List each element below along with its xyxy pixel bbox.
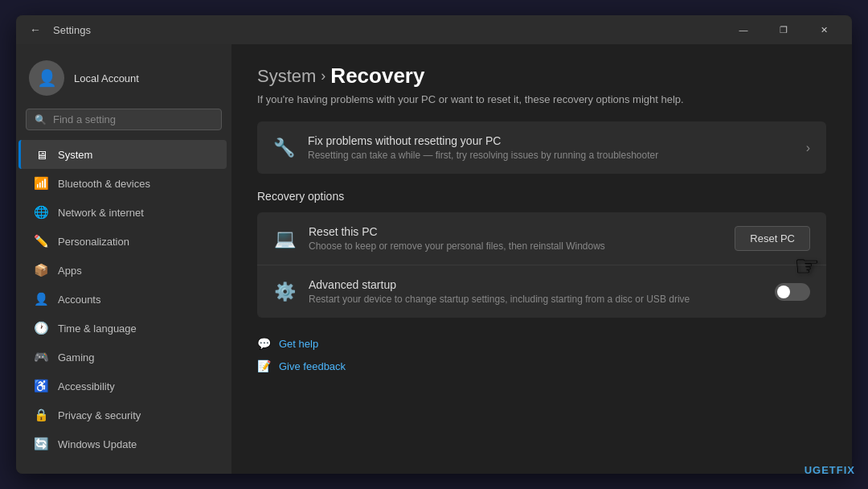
network-icon: 🌐 — [34, 205, 48, 220]
watermark: UGETFIX — [805, 464, 855, 476]
page-description: If you're having problems with your PC o… — [257, 93, 826, 105]
sidebar-item-accessibility[interactable]: ♿ Accessibility — [21, 372, 227, 401]
give-feedback-label: Give feedback — [279, 360, 346, 372]
fix-card-chevron: › — [806, 141, 810, 155]
sidebar-item-gaming[interactable]: 🎮 Gaming — [21, 343, 227, 372]
sidebar-item-label: Apps — [58, 265, 82, 277]
fix-problems-icon: 🔧 — [273, 138, 295, 158]
sidebar-item-label: Privacy & security — [58, 409, 141, 421]
accounts-icon: 👤 — [34, 292, 48, 306]
sidebar-item-personalization[interactable]: ✏️ Personalization — [21, 227, 227, 256]
advanced-startup-icon: ⚙️ — [273, 281, 296, 302]
fix-card-text: Fix problems without resetting your PC R… — [308, 134, 793, 161]
sidebar-item-label: Time & language — [58, 323, 137, 335]
reset-pc-row: 💻 Reset this PC Choose to keep or remove… — [257, 212, 826, 265]
give-feedback-link[interactable]: 📝 Give feedback — [257, 356, 826, 376]
maximize-button[interactable]: ❐ — [765, 18, 802, 41]
minimize-button[interactable]: — — [725, 18, 762, 41]
fix-card-title: Fix problems without resetting your PC — [308, 134, 793, 147]
sidebar-item-label: Gaming — [58, 351, 95, 364]
sidebar: 👤 Local Account 🔍 🖥 System 📶 Bluetooth &… — [16, 44, 231, 474]
sidebar-item-label: Windows Update — [58, 438, 137, 450]
breadcrumb-separator: › — [321, 68, 326, 84]
sidebar-item-apps[interactable]: 📦 Apps — [21, 256, 227, 285]
sidebar-item-label: Network & internet — [58, 207, 144, 219]
sidebar-item-bluetooth[interactable]: 📶 Bluetooth & devices — [21, 169, 227, 198]
advanced-startup-toggle[interactable] — [775, 283, 810, 301]
sidebar-item-windows-update[interactable]: 🔄 Windows Update — [21, 429, 227, 458]
get-help-label: Get help — [279, 338, 318, 350]
user-section: 👤 Local Account — [16, 54, 231, 109]
fix-problems-card[interactable]: 🔧 Fix problems without resetting your PC… — [257, 121, 826, 174]
window-controls: — ❐ ✕ — [725, 18, 842, 41]
advanced-startup-row: ⚙️ Advanced startup Restart your device … — [257, 265, 826, 318]
reset-pc-description: Choose to keep or remove your personal f… — [309, 240, 722, 252]
user-name: Local Account — [74, 72, 139, 84]
sidebar-item-time[interactable]: 🕐 Time & language — [21, 314, 227, 343]
fix-card-description: Resetting can take a while — first, try … — [308, 150, 793, 161]
bluetooth-icon: 📶 — [34, 176, 48, 191]
title-bar: ← Settings — ❐ ✕ — [16, 15, 852, 44]
privacy-icon: 🔒 — [34, 408, 48, 422]
back-button[interactable]: ← — [26, 20, 45, 39]
reset-pc-title: Reset this PC — [309, 225, 722, 238]
search-box[interactable]: 🔍 — [26, 109, 222, 130]
sidebar-item-network[interactable]: 🌐 Network & internet — [21, 198, 227, 227]
system-icon: 🖥 — [34, 147, 48, 162]
sidebar-item-label: Bluetooth & devices — [58, 178, 150, 190]
window-title: Settings — [53, 24, 91, 36]
watermark-suffix: FIX — [837, 464, 855, 476]
sidebar-item-label: Accounts — [58, 294, 100, 306]
watermark-prefix: UGET — [805, 464, 837, 476]
apps-icon: 📦 — [34, 263, 48, 277]
toggle-knob — [777, 286, 790, 298]
close-button[interactable]: ✕ — [805, 18, 842, 41]
search-input[interactable] — [53, 113, 213, 125]
breadcrumb: System › Recovery — [257, 64, 826, 88]
sidebar-item-accounts[interactable]: 👤 Accounts — [21, 285, 227, 314]
reset-pc-button[interactable]: Reset PC — [735, 226, 810, 251]
get-help-link[interactable]: 💬 Get help — [257, 334, 826, 353]
sidebar-item-privacy[interactable]: 🔒 Privacy & security — [21, 401, 227, 429]
sidebar-item-system[interactable]: 🖥 System — [18, 140, 227, 169]
personalization-icon: ✏️ — [34, 234, 48, 249]
main-content: System › Recovery If you're having probl… — [231, 44, 852, 474]
advanced-startup-text: Advanced startup Restart your device to … — [309, 278, 762, 305]
sidebar-item-label: Accessibility — [58, 380, 115, 392]
reset-pc-icon: 💻 — [273, 228, 296, 249]
get-help-icon: 💬 — [257, 337, 271, 350]
advanced-startup-description: Restart your device to change startup se… — [309, 294, 762, 305]
reset-pc-text: Reset this PC Choose to keep or remove y… — [309, 225, 722, 252]
breadcrumb-parent: System — [257, 66, 316, 87]
advanced-startup-title: Advanced startup — [309, 278, 762, 291]
sidebar-item-label: System — [58, 149, 92, 161]
search-icon: 🔍 — [35, 114, 47, 125]
sidebar-item-label: Personalization — [58, 236, 129, 248]
links-section: 💬 Get help 📝 Give feedback — [257, 334, 826, 376]
avatar: 👤 — [29, 60, 64, 96]
recovery-options-card: 💻 Reset this PC Choose to keep or remove… — [257, 212, 826, 318]
give-feedback-icon: 📝 — [257, 360, 271, 372]
recovery-section-title: Recovery options — [257, 190, 826, 203]
breadcrumb-current: Recovery — [330, 64, 424, 88]
time-icon: 🕐 — [34, 321, 48, 335]
windows-update-icon: 🔄 — [34, 437, 48, 451]
gaming-icon: 🎮 — [34, 350, 48, 364]
accessibility-icon: ♿ — [34, 379, 48, 393]
